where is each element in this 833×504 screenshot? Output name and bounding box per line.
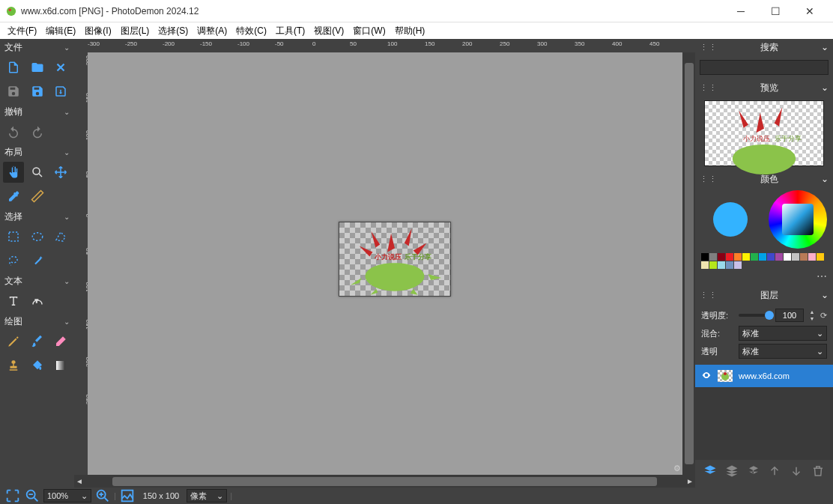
menu-file[interactable]: 文件(F) bbox=[3, 23, 41, 39]
duplicate-layer-button[interactable] bbox=[725, 464, 739, 480]
color-swatch[interactable] bbox=[734, 261, 742, 269]
menu-image[interactable]: 图像(I) bbox=[80, 23, 115, 39]
zoom-tool[interactable] bbox=[27, 162, 48, 183]
toolbox-undo-header[interactable]: 撤销⌄ bbox=[0, 103, 74, 120]
color-swatch[interactable] bbox=[701, 253, 709, 261]
toolbox-layout-header[interactable]: 布局⌄ bbox=[0, 144, 74, 160]
gradient-tool[interactable] bbox=[50, 355, 71, 376]
layers-panel-header[interactable]: ⋮⋮图层⌄ bbox=[695, 287, 833, 303]
reset-icon[interactable]: ⟳ bbox=[820, 311, 827, 321]
poly-select-tool[interactable] bbox=[50, 226, 71, 247]
preview-panel-header[interactable]: ⋮⋮预览⌄ bbox=[695, 79, 833, 96]
text-tool[interactable] bbox=[3, 291, 24, 312]
minimize-button[interactable]: ─ bbox=[724, 0, 758, 22]
color-swatch[interactable] bbox=[726, 253, 733, 261]
merge-down-button[interactable] bbox=[747, 464, 760, 480]
color-swatch[interactable] bbox=[817, 253, 824, 261]
toolbox-draw-header[interactable]: 绘图⌄ bbox=[0, 313, 74, 330]
rect-select-tool[interactable] bbox=[3, 226, 24, 247]
menu-effects[interactable]: 特效(C) bbox=[231, 23, 271, 39]
color-swatch[interactable] bbox=[775, 253, 783, 261]
save-button[interactable] bbox=[3, 81, 24, 102]
blend-select[interactable]: 标准⌄ bbox=[739, 326, 827, 341]
color-swatch[interactable] bbox=[718, 261, 725, 269]
canvas-viewport[interactable]: 小力说压 乐于分享 ⚙ bbox=[88, 52, 682, 475]
move-tool[interactable] bbox=[50, 162, 71, 183]
eraser-tool[interactable] bbox=[50, 331, 71, 352]
layer-up-button[interactable] bbox=[768, 464, 781, 480]
color-wheel-hue[interactable] bbox=[769, 190, 827, 249]
visibility-icon[interactable] bbox=[701, 370, 712, 382]
opacity-spinner[interactable]: ▲▼ bbox=[807, 309, 817, 322]
zoom-in-button[interactable] bbox=[94, 488, 111, 503]
brush-tool[interactable] bbox=[27, 331, 48, 352]
hand-tool[interactable] bbox=[3, 162, 24, 183]
color-swatch[interactable] bbox=[751, 253, 758, 261]
text-path-tool[interactable]: T bbox=[27, 291, 48, 312]
fit-screen-button[interactable] bbox=[4, 488, 21, 503]
color-swatch[interactable] bbox=[767, 253, 775, 261]
undo-button[interactable] bbox=[3, 121, 24, 142]
menu-view[interactable]: 视图(V) bbox=[309, 23, 348, 39]
open-file-button[interactable] bbox=[27, 57, 48, 78]
pencil-tool[interactable] bbox=[3, 331, 24, 352]
color-swatch[interactable] bbox=[701, 261, 709, 269]
vertical-scrollbar[interactable] bbox=[682, 52, 695, 475]
menu-select[interactable]: 选择(S) bbox=[154, 23, 193, 39]
new-file-button[interactable] bbox=[3, 57, 24, 78]
ruler-tool[interactable] bbox=[27, 186, 48, 207]
zoom-select[interactable]: 100%⌄ bbox=[43, 489, 91, 503]
close-window-button[interactable]: ✕ bbox=[793, 0, 827, 22]
delete-layer-button[interactable] bbox=[811, 464, 825, 480]
units-select[interactable]: 像素⌄ bbox=[187, 489, 227, 503]
layer-row[interactable]: www.x6d.com bbox=[695, 365, 833, 387]
export-button[interactable] bbox=[50, 81, 71, 102]
save-as-button[interactable] bbox=[27, 81, 48, 102]
color-wheel-shade[interactable] bbox=[701, 190, 760, 249]
toolbox-select-header[interactable]: 选择⌄ bbox=[0, 208, 74, 225]
menu-tools[interactable]: 工具(T) bbox=[271, 23, 309, 39]
color-swatch[interactable] bbox=[759, 253, 766, 261]
toolbox-file-header[interactable]: 文件⌄ bbox=[0, 39, 74, 55]
opacity-slider[interactable] bbox=[739, 314, 772, 317]
lasso-tool[interactable] bbox=[3, 250, 24, 271]
color-swatch[interactable] bbox=[800, 253, 808, 261]
image-canvas[interactable]: 小力说压 乐于分享 bbox=[339, 222, 451, 297]
ellipse-select-tool[interactable] bbox=[27, 226, 48, 247]
opacity-value[interactable]: 100 bbox=[775, 309, 804, 322]
color-swatch[interactable] bbox=[808, 253, 816, 261]
dropper-tool[interactable] bbox=[3, 186, 24, 207]
color-swatch[interactable] bbox=[726, 261, 733, 269]
menu-edit[interactable]: 编辑(E) bbox=[41, 23, 80, 39]
alpha-select[interactable]: 标准⌄ bbox=[739, 344, 827, 359]
preview-thumbnail[interactable]: 小力说压 乐于分享 bbox=[704, 100, 824, 166]
toolbox-text-header[interactable]: 文本⌄ bbox=[0, 273, 74, 289]
color-swatch[interactable] bbox=[709, 261, 717, 269]
redo-button[interactable] bbox=[27, 121, 48, 142]
search-panel-header[interactable]: ⋮⋮搜索⌄ bbox=[695, 39, 833, 55]
color-more-icon[interactable]: ⋯ bbox=[701, 270, 827, 282]
color-swatch[interactable] bbox=[734, 253, 742, 261]
color-swatch[interactable] bbox=[718, 253, 725, 261]
color-swatch[interactable] bbox=[784, 253, 791, 261]
chevron-down-icon: ⌄ bbox=[64, 43, 70, 52]
wand-tool[interactable] bbox=[27, 250, 48, 271]
layer-down-button[interactable] bbox=[790, 464, 803, 480]
stamp-tool[interactable] bbox=[3, 355, 24, 376]
zoom-out-button[interactable] bbox=[24, 488, 40, 503]
horizontal-scrollbar[interactable]: ◄► bbox=[74, 475, 695, 488]
search-input[interactable] bbox=[700, 60, 829, 75]
close-file-button[interactable] bbox=[50, 57, 71, 78]
menu-layer[interactable]: 图层(L) bbox=[116, 23, 154, 39]
add-layer-button[interactable] bbox=[703, 464, 717, 480]
gear-icon[interactable]: ⚙ bbox=[673, 464, 681, 473]
menu-help[interactable]: 帮助(H) bbox=[390, 23, 430, 39]
fill-tool[interactable] bbox=[27, 355, 48, 376]
color-swatch[interactable] bbox=[792, 253, 799, 261]
color-swatch[interactable] bbox=[742, 253, 750, 261]
color-swatch[interactable] bbox=[709, 253, 717, 261]
maximize-button[interactable]: ☐ bbox=[758, 0, 793, 22]
image-info-icon[interactable] bbox=[119, 488, 136, 503]
menu-window[interactable]: 窗口(W) bbox=[348, 23, 390, 39]
menu-adjust[interactable]: 调整(A) bbox=[193, 23, 231, 39]
